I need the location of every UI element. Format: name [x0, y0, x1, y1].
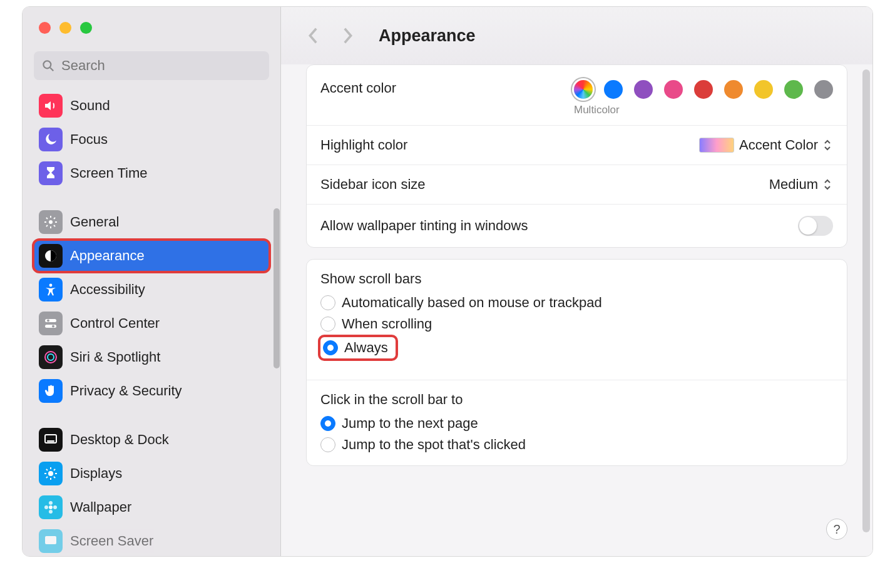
sidebar-item-screen-saver[interactable]: Screen Saver — [34, 525, 269, 556]
svg-point-0 — [43, 61, 51, 68]
svg-line-21 — [54, 469, 55, 470]
sidebar-item-displays[interactable]: Displays — [34, 458, 269, 489]
svg-rect-6 — [45, 325, 56, 328]
sidebar-item-label: Siri & Spotlight — [70, 349, 160, 365]
accessibility-icon — [43, 282, 58, 297]
click-scroll-option-next-page[interactable]: Jump to the next page — [307, 413, 847, 434]
accent-orange[interactable] — [724, 80, 743, 99]
sound-icon — [43, 98, 58, 113]
brightness-icon — [43, 466, 58, 481]
svg-point-25 — [44, 505, 48, 509]
accent-multicolor[interactable] — [574, 80, 593, 99]
accent-blue[interactable] — [604, 80, 623, 99]
forward-button[interactable] — [340, 26, 355, 46]
sidebar-item-sound[interactable]: Sound — [34, 90, 269, 121]
back-button[interactable] — [306, 26, 321, 46]
sidebar-item-privacy-security[interactable]: Privacy & Security — [34, 375, 269, 407]
svg-line-18 — [46, 469, 48, 470]
svg-point-22 — [49, 505, 53, 509]
appearance-icon — [43, 248, 58, 263]
gear-icon — [43, 215, 58, 230]
svg-line-1 — [50, 68, 53, 71]
radio-icon — [323, 340, 338, 355]
accent-color-label: Accent color — [320, 80, 396, 96]
svg-point-10 — [48, 354, 54, 360]
zoom-window-button[interactable] — [80, 22, 92, 34]
main-scrollbar[interactable] — [862, 69, 870, 532]
siri-icon — [43, 350, 58, 365]
radio-icon — [320, 295, 335, 310]
svg-line-20 — [46, 477, 48, 478]
svg-point-4 — [49, 284, 53, 287]
svg-rect-27 — [45, 536, 56, 544]
sidebar-item-general[interactable]: General — [34, 206, 269, 238]
search-input[interactable] — [61, 58, 262, 74]
sidebar-item-siri-spotlight[interactable]: Siri & Spotlight — [34, 342, 269, 373]
wallpaper-tinting-label: Allow wallpaper tinting in windows — [320, 218, 528, 234]
screensaver-icon — [43, 534, 58, 549]
moon-icon — [43, 132, 58, 147]
sidebar-icon-size-popup[interactable] — [822, 178, 833, 191]
accent-red[interactable] — [694, 80, 713, 99]
radio-icon — [320, 437, 335, 452]
sidebar-item-focus[interactable]: Focus — [34, 124, 269, 155]
sidebar-item-label: Appearance — [70, 248, 145, 264]
scrollbars-option-auto[interactable]: Automatically based on mouse or trackpad — [307, 292, 847, 313]
sidebar-item-label: Wallpaper — [70, 499, 131, 515]
hourglass-icon — [43, 166, 58, 181]
search-field[interactable] — [34, 51, 269, 80]
sidebar-item-label: Focus — [70, 131, 108, 148]
svg-point-23 — [49, 501, 53, 505]
dock-icon — [43, 432, 58, 447]
search-icon — [41, 59, 55, 73]
sidebar-item-appearance[interactable]: Appearance — [34, 240, 269, 271]
accent-graphite[interactable] — [814, 80, 833, 99]
sidebar-item-accessibility[interactable]: Accessibility — [34, 274, 269, 305]
svg-rect-5 — [45, 319, 56, 322]
toolbar: Appearance — [281, 7, 872, 64]
help-button[interactable]: ? — [826, 519, 847, 540]
sidebar-item-label: Screen Saver — [70, 533, 153, 549]
sidebar-item-label: Accessibility — [70, 281, 145, 298]
radio-label: When scrolling — [342, 316, 432, 332]
radio-icon — [320, 317, 335, 332]
window-controls — [23, 7, 280, 34]
sidebar-item-label: Displays — [70, 465, 122, 482]
accent-yellow[interactable] — [754, 80, 773, 99]
svg-point-26 — [53, 505, 57, 509]
sidebar-item-screen-time[interactable]: Screen Time — [34, 158, 269, 189]
accent-green[interactable] — [784, 80, 803, 99]
sidebar-item-label: Screen Time — [70, 165, 148, 181]
sidebar-item-label: Desktop & Dock — [70, 432, 169, 448]
sidebar-icon-size-label: Sidebar icon size — [320, 176, 426, 193]
radio-label: Jump to the spot that's clicked — [342, 437, 526, 453]
sidebar-item-desktop-dock[interactable]: Desktop & Dock — [34, 424, 269, 455]
svg-point-2 — [49, 220, 53, 224]
sidebar-item-control-center[interactable]: Control Center — [34, 308, 269, 339]
sidebar-item-wallpaper[interactable]: Wallpaper — [34, 492, 269, 523]
click-scrollbar-label: Click in the scroll bar to — [307, 380, 847, 413]
sidebar-item-label: Control Center — [70, 315, 160, 332]
accent-purple[interactable] — [634, 80, 653, 99]
sidebar-scrollbar[interactable] — [274, 208, 280, 368]
click-scroll-option-jump-to-spot[interactable]: Jump to the spot that's clicked — [307, 434, 847, 455]
svg-point-13 — [48, 471, 53, 476]
highlight-color-label: Highlight color — [320, 137, 407, 153]
hand-icon — [43, 383, 58, 398]
appearance-panel-1: Accent color — [306, 64, 847, 248]
scrollbars-option-when-scrolling[interactable]: When scrolling — [307, 313, 847, 335]
svg-line-19 — [54, 477, 55, 478]
svg-rect-12 — [47, 440, 54, 442]
main-pane: Appearance Accent color — [281, 7, 872, 556]
sidebar: Sound Focus Screen Time General Appearan… — [23, 7, 281, 556]
sidebar-icon-size-value: Medium — [769, 176, 818, 193]
control-center-icon — [43, 316, 58, 331]
scrollbars-option-always[interactable]: Always — [307, 335, 847, 361]
system-settings-window: Sound Focus Screen Time General Appearan… — [22, 6, 873, 557]
highlight-color-popup[interactable] — [822, 138, 833, 152]
close-window-button[interactable] — [39, 22, 51, 34]
accent-pink[interactable] — [664, 80, 683, 99]
minimize-window-button[interactable] — [59, 22, 71, 34]
sidebar-item-label: Sound — [70, 98, 110, 114]
wallpaper-tinting-toggle[interactable] — [798, 216, 833, 236]
